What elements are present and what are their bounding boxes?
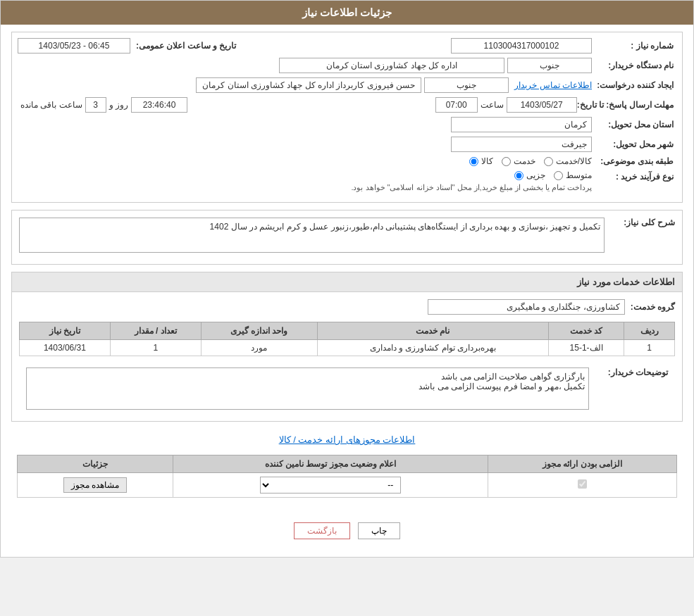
table-row: 1 الف-1-15 بهره‌برداری توام کشاورزی و دا… <box>20 340 675 356</box>
jozi-radio[interactable] <box>514 171 523 180</box>
response-date: 1403/05/27 <box>507 97 577 113</box>
process-jozi[interactable]: جزیی <box>514 170 545 180</box>
view-permit-button[interactable]: مشاهده مجوز <box>63 477 127 493</box>
city-value: جیرفت <box>451 137 592 152</box>
deadline-label: مهلت ارسال پاسخ: تا تاریخ: <box>577 100 676 110</box>
process-mottaset[interactable]: متوسط <box>554 170 592 180</box>
buyer-notes-section: توضیحات خریدار: بارگزاری گواهی صلاحیت ال… <box>19 363 675 414</box>
mottaset-label: متوسط <box>566 170 592 180</box>
general-desc-row: شرح کلی نیاز: تکمیل و تجهیز ،نوسازی و به… <box>19 218 675 253</box>
category-kala[interactable]: کالا <box>469 156 493 166</box>
back-button[interactable]: بازگشت <box>294 522 350 539</box>
buyer-notes-label: توضیحات خریدار: <box>596 365 674 413</box>
service-group-value: کشاورزی، جنگلداری و ماهیگیری <box>428 299 625 315</box>
permit-status-select[interactable]: -- <box>260 477 401 494</box>
jozi-label: جزیی <box>526 170 545 180</box>
footer-buttons: چاپ بازگشت <box>11 512 683 550</box>
kala-radio[interactable] <box>469 157 478 166</box>
process-type-radios: متوسط جزیی <box>514 170 592 180</box>
permits-table: الزامی بودن ارائه مجوز اعلام وضعیت مجوز … <box>17 455 677 498</box>
process-type-content: متوسط جزیی پرداخت تمام یا بخشی از مبلغ خ… <box>18 170 592 192</box>
province-label: استان محل تحویل: <box>592 120 676 130</box>
buyer-note-line: تکمیل ،مهر و امضا فرم پیوست الزامی می با… <box>30 382 585 391</box>
category-kala-khedmat[interactable]: کالا/خدمت <box>544 156 592 166</box>
general-desc-text: تکمیل و تجهیز ،نوسازی و بهده برداری از ا… <box>19 218 605 253</box>
kala-khedmat-label: کالا/خدمت <box>556 156 592 166</box>
col-row-num: ردیف <box>624 322 675 340</box>
cell-unit: مورد <box>201 340 317 356</box>
page-wrapper: جزئیات اطلاعات نیاز شماره نیاز : 1103004… <box>0 0 694 558</box>
need-number-value: 1103004317000102 <box>451 38 592 54</box>
category-khedmat[interactable]: خدمت <box>502 156 535 166</box>
content-area: شماره نیاز : 1103004317000102 تاریخ و سا… <box>1 25 693 557</box>
cell-row-num: 1 <box>624 340 675 356</box>
category-row: طبقه بندی موضوعی: کالا/خدمت خدمت کالا <box>18 156 676 166</box>
col-date: تاریخ نیاز <box>20 322 111 340</box>
need-number-label: شماره نیاز : <box>592 41 676 51</box>
response-time: 07:00 <box>435 97 478 113</box>
list-item: -- مشاهده مجوز <box>18 473 677 498</box>
buyer-org-region: جنوب <box>507 58 592 73</box>
permits-section-link[interactable]: اطلاعات مجوزهای ارائه خدمت / کالا <box>11 429 683 451</box>
cell-date: 1403/06/31 <box>20 340 111 356</box>
general-desc-label: شرح کلی نیاز: <box>605 218 675 227</box>
col-unit: واحد اندازه گیری <box>201 322 317 340</box>
time-label: ساعت <box>481 100 504 110</box>
buyer-notes-text: بارگزاری گواهی صلاحیت الزامی می باشدتکمی… <box>26 367 589 410</box>
service-group-label: گروه خدمت: <box>631 302 675 312</box>
buyer-notes-table: توضیحات خریدار: بارگزاری گواهی صلاحیت ال… <box>19 363 675 414</box>
remaining-suffix: ساعت باقی مانده <box>20 100 82 110</box>
services-content: گروه خدمت: کشاورزی، جنگلداری و ماهیگیری … <box>12 292 682 421</box>
col-permit-status: اعلام وضعیت مجوز توسط نامین کننده <box>173 455 488 473</box>
services-section: اطلاعات خدمات مورد نیاز گروه خدمت: کشاور… <box>11 272 683 422</box>
permit-details-cell: مشاهده مجوز <box>18 473 173 498</box>
province-row: استان محل تحویل: کرمان <box>18 117 676 132</box>
creator-value: حسن فیروزی کاربرداز اداره کل جهاد کشاورز… <box>196 77 421 93</box>
creator-label: ایجاد کننده درخواست: <box>592 80 676 90</box>
mottaset-radio[interactable] <box>554 171 563 180</box>
permits-section: الزامی بودن ارائه مجوز اعلام وضعیت مجوز … <box>11 455 683 498</box>
kala-label: کالا <box>481 156 493 166</box>
permit-required-checkbox[interactable] <box>578 479 587 489</box>
permit-status-cell: -- <box>173 473 488 498</box>
buyer-org-value: اداره کل جهاد کشاورزی استان کرمان <box>279 58 504 73</box>
cell-quantity: 1 <box>110 340 201 356</box>
khedmat-radio[interactable] <box>502 157 511 166</box>
kala-khedmat-radio[interactable] <box>544 157 553 166</box>
creator-row: ایجاد کننده درخواست: اطلاعات تماس خریدار… <box>18 77 676 93</box>
announce-date-label: تاریخ و ساعت اعلان عمومی: <box>136 41 239 51</box>
remaining-days-label: روز و <box>109 100 128 110</box>
khedmat-label: خدمت <box>514 156 535 166</box>
creator-region: جنوب <box>424 77 509 93</box>
cell-name: بهره‌برداری توام کشاورزی و دامداری <box>317 340 548 356</box>
col-service-name: نام خدمت <box>317 322 548 340</box>
top-info-section: شماره نیاز : 1103004317000102 تاریخ و سا… <box>11 32 683 203</box>
creator-contact-link[interactable]: اطلاعات تماس خریدار <box>514 80 592 90</box>
page-header: جزئیات اطلاعات نیاز <box>1 1 693 25</box>
services-header: اطلاعات خدمات مورد نیاز <box>12 272 682 292</box>
buyer-notes-row: توضیحات خریدار: بارگزاری گواهی صلاحیت ال… <box>20 365 674 413</box>
buyer-org-label: نام دستگاه خریدار: <box>592 61 676 70</box>
col-permit-required: الزامی بودن ارائه مجوز <box>488 455 677 473</box>
permit-required-cell <box>488 473 677 498</box>
col-permit-details: جزئیات <box>18 455 173 473</box>
city-row: شهر محل تحویل: جیرفت <box>18 137 676 152</box>
category-radio-group: کالا/خدمت خدمت کالا <box>469 156 592 166</box>
col-quantity: تعداد / مقدار <box>110 322 201 340</box>
deadline-row: مهلت ارسال پاسخ: تا تاریخ: 1403/05/27 سا… <box>18 97 676 113</box>
city-label: شهر محل تحویل: <box>592 139 676 149</box>
general-description-section: شرح کلی نیاز: تکمیل و تجهیز ،نوسازی و به… <box>11 210 683 265</box>
services-table-header-row: ردیف کد خدمت نام خدمت واحد اندازه گیری ت… <box>20 322 675 340</box>
permits-header-row: الزامی بودن ارائه مجوز اعلام وضعیت مجوز … <box>18 455 677 473</box>
col-service-code: کد خدمت <box>549 322 624 340</box>
buyer-note-line: بارگزاری گواهی صلاحیت الزامی می باشد <box>30 372 585 382</box>
print-button[interactable]: چاپ <box>358 522 400 539</box>
service-group-row: گروه خدمت: کشاورزی، جنگلداری و ماهیگیری <box>19 299 675 315</box>
general-desc-content: شرح کلی نیاز: تکمیل و تجهیز ،نوسازی و به… <box>12 210 682 264</box>
services-table: ردیف کد خدمت نام خدمت واحد اندازه گیری ت… <box>19 322 675 356</box>
process-type-desc: پرداخت تمام یا بخشی از مبلغ خرید,از محل … <box>18 183 592 192</box>
province-value: کرمان <box>451 117 592 132</box>
process-type-row: نوع فرآیند خرید : متوسط جزیی پرداخت تمام… <box>18 170 676 192</box>
announce-date-value: 1403/05/23 - 06:45 <box>18 38 130 54</box>
need-number-row: شماره نیاز : 1103004317000102 تاریخ و سا… <box>18 38 676 54</box>
